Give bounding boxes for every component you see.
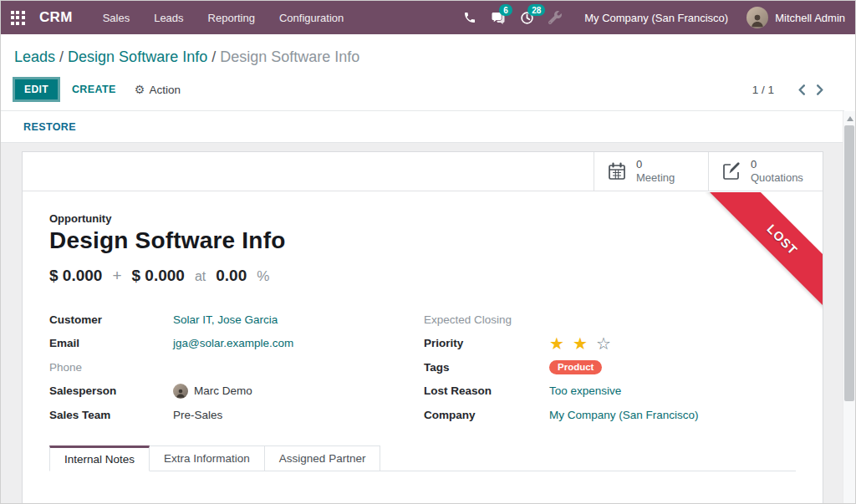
customer-value[interactable]: Solar IT, Jose Garcia [173,313,278,326]
messages-count-badge: 6 [499,4,512,16]
company-value[interactable]: My Company (San Francisco) [549,409,699,421]
menu-reporting[interactable]: Reporting [208,12,255,24]
field-priority: Priority ★★☆ [424,332,699,356]
breadcrumb: Leads / Design Software Info / Design So… [1,34,844,66]
lost-reason-label: Lost Reason [424,384,549,397]
revenue-line: $ 0.000 + $ 0.000 at 0.00 % [49,267,796,285]
apps-menu-button[interactable] [1,1,34,34]
field-salesperson: Salesperson Marc Demo [49,379,424,404]
star-filled-icon[interactable]: ★ [573,335,590,352]
pager-previous-button[interactable] [792,83,811,97]
field-sales-team: Sales Team Pre-Sales [49,403,424,427]
menu-configuration[interactable]: Configuration [279,12,344,24]
debug-button[interactable] [541,1,569,34]
quotations-count: 0 [751,158,803,171]
activities-button[interactable]: 28 [512,1,541,34]
expected-revenue: $ 0.000 [49,267,102,285]
form-statusbar: RESTORE [1,111,844,143]
tag-product: Product [549,360,602,374]
action-menu-button[interactable]: ⚙ Action [135,83,181,96]
field-email: Email jga@solar.example.com [49,332,424,356]
calendar-icon [607,161,627,181]
pager-next-button[interactable] [811,83,829,97]
field-grid: Customer Solar IT, Jose Garcia Email jga… [49,308,796,427]
at-label: at [195,269,206,284]
scrollbar-up-arrow-icon[interactable] [847,116,853,121]
sales-team-label: Sales Team [49,409,173,421]
pager-counter: 1 / 1 [752,84,774,96]
notebook: Internal Notes Extra Information Assigne… [49,445,796,504]
record-type-label: Opportunity [49,212,796,225]
priority-stars[interactable]: ★★☆ [549,335,614,352]
company-label: Company [424,409,549,421]
messages-button[interactable]: 6 [484,1,512,34]
meeting-count: 0 [636,158,675,171]
vertical-scrollbar[interactable] [843,111,855,504]
breadcrumb-current: Design Software Info [220,48,359,65]
create-button[interactable]: CREATE [72,84,116,95]
company-switcher[interactable]: My Company (San Francisco) [584,12,728,24]
expected-closing-label: Expected Closing [424,313,549,326]
quotation-pencil-icon [721,161,741,181]
email-label: Email [49,337,173,349]
probability-value: 0.00 [216,267,247,285]
gear-icon: ⚙ [135,83,145,96]
stat-button-box: 0 Meeting 0 Quotations [23,152,823,191]
action-label: Action [149,84,181,96]
quotations-label: Quotations [751,171,803,185]
recurring-revenue: $ 0.000 [132,267,185,285]
opportunity-title: Design Software Info [49,227,796,254]
restore-button[interactable]: RESTORE [23,121,76,133]
user-menu[interactable]: Mitchell Admin [746,7,845,28]
tab-content [49,471,796,504]
meeting-stat-button[interactable]: 0 Meeting [594,152,708,191]
breadcrumb-record-link[interactable]: Design Software Info [68,48,207,65]
quotations-stat-button[interactable]: 0 Quotations [708,152,823,191]
menu-sales[interactable]: Sales [103,12,130,24]
control-panel: Leads / Design Software Info / Design So… [1,34,844,111]
scrollbar-thumb[interactable] [844,125,854,401]
salesperson-label: Salesperson [49,384,173,397]
priority-label: Priority [424,337,549,349]
app-title: CRM [39,9,73,26]
chevron-right-icon [816,84,824,95]
plus-sign: + [112,267,121,285]
email-value[interactable]: jga@solar.example.com [173,337,293,349]
field-tags: Tags Product [424,355,699,379]
crm-window: CRM Sales Leads Reporting Configuration … [0,0,856,504]
breadcrumb-leads-link[interactable]: Leads [14,48,55,65]
field-expected-closing: Expected Closing [424,308,699,332]
customer-label: Customer [49,313,173,326]
tab-bar: Internal Notes Extra Information Assigne… [49,445,796,471]
star-empty-icon[interactable]: ☆ [596,335,614,352]
percent-sign: % [257,268,269,285]
tab-extra-information[interactable]: Extra Information [150,445,265,471]
phone-button[interactable] [456,1,484,34]
phone-icon [463,11,476,24]
tags-label: Tags [424,361,549,374]
top-navbar: CRM Sales Leads Reporting Configuration … [1,1,855,34]
form-sheet: 0 Meeting 0 Quotations LOST Opportunity [22,151,823,504]
menu-leads[interactable]: Leads [154,12,183,24]
field-customer: Customer Solar IT, Jose Garcia [49,308,424,332]
tab-internal-notes[interactable]: Internal Notes [49,445,150,471]
edit-button[interactable]: EDIT [13,77,60,102]
star-filled-icon[interactable]: ★ [549,335,567,352]
salesperson-value[interactable]: Marc Demo [173,384,252,399]
form-view: 0 Meeting 0 Quotations LOST Opportunity [1,143,844,504]
sales-team-value[interactable]: Pre-Sales [173,409,222,421]
tab-assigned-partner[interactable]: Assigned Partner [265,445,381,471]
field-phone: Phone [49,355,424,379]
phone-label: Phone [49,361,173,374]
apps-grid-icon [11,11,25,25]
user-avatar [746,7,768,28]
lost-reason-value[interactable]: Too expensive [549,384,621,397]
chevron-left-icon [797,84,806,95]
salesperson-name: Marc Demo [194,384,252,397]
salesperson-avatar [173,384,188,399]
tags-value: Product [549,360,602,374]
field-company: Company My Company (San Francisco) [424,403,699,427]
field-lost-reason: Lost Reason Too expensive [424,379,699,404]
meeting-label: Meeting [636,171,675,185]
wrench-icon [548,11,562,24]
